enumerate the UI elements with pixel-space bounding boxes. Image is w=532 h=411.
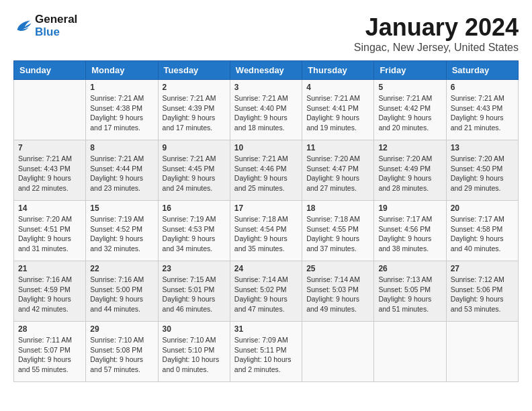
day-number: 18 <box>306 203 369 213</box>
logo-icon <box>13 17 32 36</box>
calendar-cell <box>14 80 86 140</box>
header: General Blue January 2024 Singac, New Je… <box>13 13 519 54</box>
day-number: 15 <box>90 203 153 213</box>
day-number: 11 <box>306 143 369 152</box>
calendar-cell: 6Sunrise: 7:21 AMSunset: 4:43 PMDaylight… <box>446 80 518 140</box>
calendar-cell: 16Sunrise: 7:19 AMSunset: 4:53 PMDayligh… <box>158 201 230 261</box>
calendar-week-1: 1Sunrise: 7:21 AMSunset: 4:38 PMDaylight… <box>14 80 519 140</box>
calendar-cell: 14Sunrise: 7:20 AMSunset: 4:51 PMDayligh… <box>14 201 86 261</box>
calendar-cell <box>302 322 374 382</box>
day-number: 21 <box>18 264 81 273</box>
day-info: Sunrise: 7:20 AMSunset: 4:47 PMDaylight:… <box>306 154 369 193</box>
day-info: Sunrise: 7:21 AMSunset: 4:46 PMDaylight:… <box>234 154 298 193</box>
calendar-week-5: 28Sunrise: 7:11 AMSunset: 5:07 PMDayligh… <box>14 322 519 382</box>
calendar-week-2: 7Sunrise: 7:21 AMSunset: 4:43 PMDaylight… <box>14 140 519 201</box>
day-number: 10 <box>234 143 298 152</box>
calendar-cell: 15Sunrise: 7:19 AMSunset: 4:52 PMDayligh… <box>86 201 158 261</box>
day-number: 22 <box>90 264 153 273</box>
day-number: 2 <box>163 83 226 92</box>
calendar-cell: 2Sunrise: 7:21 AMSunset: 4:39 PMDaylight… <box>158 80 230 140</box>
day-info: Sunrise: 7:19 AMSunset: 4:52 PMDaylight:… <box>90 214 153 254</box>
day-number: 8 <box>90 143 153 152</box>
weekday-header-wednesday: Wednesday <box>230 61 302 80</box>
day-number: 9 <box>163 143 226 152</box>
day-number: 19 <box>378 203 441 213</box>
calendar-cell: 9Sunrise: 7:21 AMSunset: 4:45 PMDaylight… <box>158 140 230 201</box>
day-info: Sunrise: 7:14 AMSunset: 5:02 PMDaylight:… <box>234 275 298 314</box>
day-info: Sunrise: 7:17 AMSunset: 4:56 PMDaylight:… <box>378 214 441 254</box>
calendar-header-row: SundayMondayTuesdayWednesdayThursdayFrid… <box>14 61 519 80</box>
calendar-cell: 11Sunrise: 7:20 AMSunset: 4:47 PMDayligh… <box>302 140 374 201</box>
calendar-cell: 22Sunrise: 7:16 AMSunset: 5:00 PMDayligh… <box>86 261 158 322</box>
day-info: Sunrise: 7:16 AMSunset: 4:59 PMDaylight:… <box>18 275 81 314</box>
calendar-cell: 12Sunrise: 7:20 AMSunset: 4:49 PMDayligh… <box>374 140 446 201</box>
calendar-cell: 3Sunrise: 7:21 AMSunset: 4:40 PMDaylight… <box>230 80 302 140</box>
day-number: 1 <box>90 83 153 92</box>
weekday-header-monday: Monday <box>86 61 158 80</box>
calendar-week-3: 14Sunrise: 7:20 AMSunset: 4:51 PMDayligh… <box>14 201 519 261</box>
day-info: Sunrise: 7:21 AMSunset: 4:45 PMDaylight:… <box>163 154 226 193</box>
day-number: 25 <box>306 264 369 273</box>
calendar-cell: 5Sunrise: 7:21 AMSunset: 4:42 PMDaylight… <box>374 80 446 140</box>
day-number: 14 <box>18 203 81 213</box>
day-info: Sunrise: 7:20 AMSunset: 4:49 PMDaylight:… <box>378 154 441 193</box>
calendar-cell: 19Sunrise: 7:17 AMSunset: 4:56 PMDayligh… <box>374 201 446 261</box>
day-number: 12 <box>378 143 441 152</box>
day-info: Sunrise: 7:10 AMSunset: 5:08 PMDaylight:… <box>90 335 153 375</box>
day-info: Sunrise: 7:18 AMSunset: 4:54 PMDaylight:… <box>234 214 298 254</box>
calendar-cell: 30Sunrise: 7:10 AMSunset: 5:10 PMDayligh… <box>158 322 230 382</box>
calendar-cell: 29Sunrise: 7:10 AMSunset: 5:08 PMDayligh… <box>86 322 158 382</box>
title-area: January 2024 Singac, New Jersey, United … <box>354 13 519 54</box>
day-info: Sunrise: 7:10 AMSunset: 5:10 PMDaylight:… <box>163 335 226 375</box>
day-number: 24 <box>234 264 298 273</box>
calendar-cell: 28Sunrise: 7:11 AMSunset: 5:07 PMDayligh… <box>14 322 86 382</box>
day-number: 17 <box>234 203 298 213</box>
day-info: Sunrise: 7:18 AMSunset: 4:55 PMDaylight:… <box>306 214 369 254</box>
calendar-cell: 21Sunrise: 7:16 AMSunset: 4:59 PMDayligh… <box>14 261 86 322</box>
day-info: Sunrise: 7:21 AMSunset: 4:42 PMDaylight:… <box>378 93 441 133</box>
logo: General Blue <box>13 13 77 38</box>
day-number: 27 <box>451 264 514 273</box>
calendar-cell: 31Sunrise: 7:09 AMSunset: 5:11 PMDayligh… <box>230 322 302 382</box>
weekday-header-sunday: Sunday <box>14 61 86 80</box>
calendar-cell: 1Sunrise: 7:21 AMSunset: 4:38 PMDaylight… <box>86 80 158 140</box>
calendar-cell <box>374 322 446 382</box>
calendar-cell: 13Sunrise: 7:20 AMSunset: 4:50 PMDayligh… <box>446 140 518 201</box>
day-info: Sunrise: 7:21 AMSunset: 4:39 PMDaylight:… <box>163 93 226 133</box>
logo-text: General Blue <box>35 13 77 38</box>
day-info: Sunrise: 7:21 AMSunset: 4:41 PMDaylight:… <box>306 93 369 133</box>
calendar-cell: 4Sunrise: 7:21 AMSunset: 4:41 PMDaylight… <box>302 80 374 140</box>
calendar-cell: 24Sunrise: 7:14 AMSunset: 5:02 PMDayligh… <box>230 261 302 322</box>
location-title: Singac, New Jersey, United States <box>354 42 519 54</box>
day-number: 3 <box>234 83 298 92</box>
day-info: Sunrise: 7:15 AMSunset: 5:01 PMDaylight:… <box>163 275 226 314</box>
day-info: Sunrise: 7:17 AMSunset: 4:58 PMDaylight:… <box>451 214 514 254</box>
day-number: 20 <box>451 203 514 213</box>
day-info: Sunrise: 7:12 AMSunset: 5:06 PMDaylight:… <box>451 275 514 314</box>
calendar-cell <box>446 322 518 382</box>
weekday-header-tuesday: Tuesday <box>158 61 230 80</box>
calendar-cell: 23Sunrise: 7:15 AMSunset: 5:01 PMDayligh… <box>158 261 230 322</box>
day-info: Sunrise: 7:19 AMSunset: 4:53 PMDaylight:… <box>163 214 226 254</box>
calendar-body: 1Sunrise: 7:21 AMSunset: 4:38 PMDaylight… <box>14 80 519 382</box>
day-number: 13 <box>451 143 514 152</box>
day-info: Sunrise: 7:09 AMSunset: 5:11 PMDaylight:… <box>234 335 298 375</box>
day-number: 4 <box>306 83 369 92</box>
calendar-week-4: 21Sunrise: 7:16 AMSunset: 4:59 PMDayligh… <box>14 261 519 322</box>
day-number: 7 <box>18 143 81 152</box>
calendar-cell: 10Sunrise: 7:21 AMSunset: 4:46 PMDayligh… <box>230 140 302 201</box>
day-info: Sunrise: 7:16 AMSunset: 5:00 PMDaylight:… <box>90 275 153 314</box>
month-title: January 2024 <box>354 13 519 42</box>
day-number: 31 <box>234 324 298 334</box>
day-number: 6 <box>451 83 514 92</box>
day-info: Sunrise: 7:20 AMSunset: 4:50 PMDaylight:… <box>451 154 514 193</box>
weekday-header-thursday: Thursday <box>302 61 374 80</box>
day-info: Sunrise: 7:14 AMSunset: 5:03 PMDaylight:… <box>306 275 369 314</box>
day-info: Sunrise: 7:21 AMSunset: 4:44 PMDaylight:… <box>90 154 153 193</box>
day-number: 28 <box>18 324 81 334</box>
day-info: Sunrise: 7:11 AMSunset: 5:07 PMDaylight:… <box>18 335 81 375</box>
day-number: 16 <box>163 203 226 213</box>
calendar-cell: 7Sunrise: 7:21 AMSunset: 4:43 PMDaylight… <box>14 140 86 201</box>
calendar-cell: 17Sunrise: 7:18 AMSunset: 4:54 PMDayligh… <box>230 201 302 261</box>
calendar-cell: 26Sunrise: 7:13 AMSunset: 5:05 PMDayligh… <box>374 261 446 322</box>
